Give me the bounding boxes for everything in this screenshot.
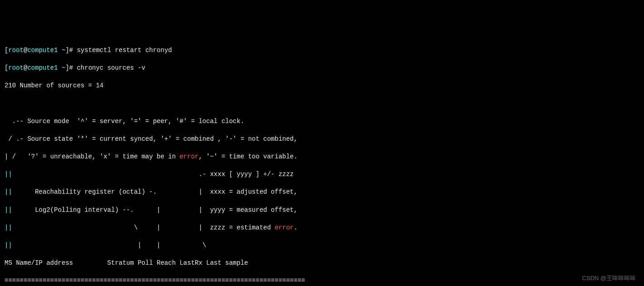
error-text: error [179,153,198,160]
prompt-line-1[interactable]: [root@compute1 ~]# systemctl restart chr… [5,46,639,55]
prompt-line-2[interactable]: [root@compute1 ~]# chronyc sources -v [5,64,639,73]
legend-line: | / '?' = unreachable, 'x' = time may be… [5,153,639,162]
command-1: systemctl restart chronyd [77,47,172,54]
legend-line: || Reachability register (octal) -. | xx… [5,188,639,197]
legend-line: || \ | | zzzz = estimated error. [5,224,639,233]
watermark-text: CSDN @王哞哞哞哞 [582,274,636,282]
legend-line: || .- xxxx [ yyyy ] +/- zzzz [5,170,639,179]
sources-summary: 210 Number of sources = 14 [5,81,639,91]
legend-line: || Log2(Polling interval) --. | | yyyy =… [5,206,639,215]
legend-line: || | | \ [5,241,639,250]
table-divider: ========================================… [5,276,639,286]
command-2-flag: -v [138,64,145,72]
command-2: chronyc sources [77,64,138,72]
legend-line: .-- Source mode '^' = server, '=' = peer… [5,117,639,126]
legend-line: / .- Source state '*' = current synced, … [5,135,639,144]
table-header: MS Name/IP address Stratum Poll Reach La… [5,259,639,268]
terminal-output: [root@compute1 ~]# systemctl restart chr… [5,37,639,286]
error-text: error [275,224,294,231]
